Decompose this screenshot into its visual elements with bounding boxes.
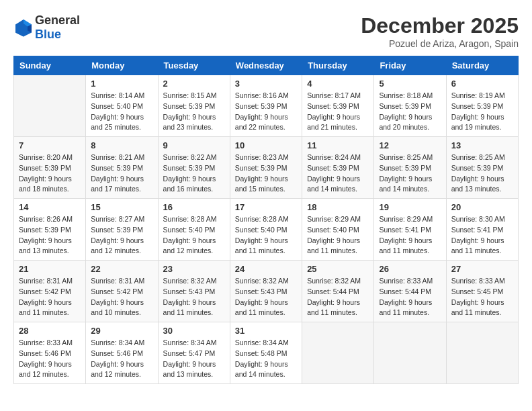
location: Pozuel de Ariza, Aragon, Spain bbox=[361, 38, 519, 49]
day-number: 17 bbox=[235, 202, 297, 212]
day-info: Sunrise: 8:29 AMSunset: 5:41 PMDaylight:… bbox=[379, 214, 441, 257]
calendar-week-row: 1Sunrise: 8:14 AMSunset: 5:40 PMDaylight… bbox=[14, 75, 519, 137]
day-number: 20 bbox=[451, 202, 513, 212]
day-info: Sunrise: 8:34 AMSunset: 5:46 PMDaylight:… bbox=[91, 338, 152, 380]
calendar-day-cell: 14Sunrise: 8:26 AMSunset: 5:39 PMDayligh… bbox=[14, 199, 86, 261]
day-info: Sunrise: 8:27 AMSunset: 5:39 PMDaylight:… bbox=[91, 214, 152, 257]
calendar-day-cell: 22Sunrise: 8:31 AMSunset: 5:42 PMDayligh… bbox=[86, 261, 158, 322]
day-number: 29 bbox=[91, 326, 152, 336]
calendar-day-cell: 18Sunrise: 8:29 AMSunset: 5:40 PMDayligh… bbox=[302, 199, 374, 261]
calendar-header-saturday: Saturday bbox=[446, 56, 518, 75]
calendar-day-cell: 3Sunrise: 8:16 AMSunset: 5:39 PMDaylight… bbox=[230, 75, 302, 137]
day-info: Sunrise: 8:23 AMSunset: 5:39 PMDaylight:… bbox=[235, 152, 297, 195]
day-number: 28 bbox=[19, 326, 81, 336]
day-info: Sunrise: 8:31 AMSunset: 5:42 PMDaylight:… bbox=[19, 276, 81, 318]
day-number: 8 bbox=[91, 140, 152, 150]
day-info: Sunrise: 8:24 AMSunset: 5:39 PMDaylight:… bbox=[307, 152, 369, 195]
calendar-table: SundayMondayTuesdayWednesdayThursdayFrid… bbox=[13, 56, 519, 384]
day-number: 1 bbox=[91, 79, 152, 89]
calendar-day-cell: 28Sunrise: 8:33 AMSunset: 5:46 PMDayligh… bbox=[14, 322, 86, 384]
day-number: 18 bbox=[307, 202, 369, 212]
calendar-day-cell bbox=[14, 75, 86, 137]
calendar-day-cell: 16Sunrise: 8:28 AMSunset: 5:40 PMDayligh… bbox=[158, 199, 230, 261]
calendar-day-cell: 6Sunrise: 8:19 AMSunset: 5:39 PMDaylight… bbox=[446, 75, 518, 137]
day-info: Sunrise: 8:32 AMSunset: 5:43 PMDaylight:… bbox=[163, 276, 225, 318]
calendar-week-row: 28Sunrise: 8:33 AMSunset: 5:46 PMDayligh… bbox=[14, 322, 519, 384]
day-number: 16 bbox=[163, 202, 225, 212]
day-number: 26 bbox=[379, 264, 441, 274]
day-info: Sunrise: 8:34 AMSunset: 5:48 PMDaylight:… bbox=[235, 338, 297, 380]
day-info: Sunrise: 8:28 AMSunset: 5:40 PMDaylight:… bbox=[163, 214, 225, 257]
day-info: Sunrise: 8:33 AMSunset: 5:44 PMDaylight:… bbox=[379, 276, 441, 318]
day-info: Sunrise: 8:16 AMSunset: 5:39 PMDaylight:… bbox=[235, 91, 297, 133]
day-info: Sunrise: 8:29 AMSunset: 5:40 PMDaylight:… bbox=[307, 214, 369, 257]
day-info: Sunrise: 8:17 AMSunset: 5:39 PMDaylight:… bbox=[307, 91, 369, 133]
calendar-header-monday: Monday bbox=[86, 56, 158, 75]
calendar-header-tuesday: Tuesday bbox=[158, 56, 230, 75]
calendar-header-wednesday: Wednesday bbox=[230, 56, 302, 75]
day-number: 12 bbox=[379, 140, 441, 150]
title-block: December 2025 Pozuel de Ariza, Aragon, S… bbox=[361, 13, 519, 49]
day-number: 6 bbox=[451, 79, 513, 89]
calendar-day-cell bbox=[374, 322, 446, 384]
day-info: Sunrise: 8:21 AMSunset: 5:39 PMDaylight:… bbox=[91, 152, 152, 195]
day-info: Sunrise: 8:31 AMSunset: 5:42 PMDaylight:… bbox=[91, 276, 152, 318]
page-header: General Blue December 2025 Pozuel de Ari… bbox=[13, 13, 519, 49]
month-title: December 2025 bbox=[361, 13, 519, 38]
calendar-day-cell: 25Sunrise: 8:32 AMSunset: 5:44 PMDayligh… bbox=[302, 261, 374, 322]
calendar-day-cell: 20Sunrise: 8:30 AMSunset: 5:41 PMDayligh… bbox=[446, 199, 518, 261]
calendar-day-cell: 5Sunrise: 8:18 AMSunset: 5:39 PMDaylight… bbox=[374, 75, 446, 137]
calendar-day-cell: 31Sunrise: 8:34 AMSunset: 5:48 PMDayligh… bbox=[230, 322, 302, 384]
calendar-day-cell: 26Sunrise: 8:33 AMSunset: 5:44 PMDayligh… bbox=[374, 261, 446, 322]
day-number: 31 bbox=[235, 326, 297, 336]
day-number: 23 bbox=[163, 264, 225, 274]
calendar-day-cell: 21Sunrise: 8:31 AMSunset: 5:42 PMDayligh… bbox=[14, 261, 86, 322]
day-info: Sunrise: 8:32 AMSunset: 5:43 PMDaylight:… bbox=[235, 276, 297, 318]
calendar-day-cell: 17Sunrise: 8:28 AMSunset: 5:40 PMDayligh… bbox=[230, 199, 302, 261]
calendar-day-cell: 11Sunrise: 8:24 AMSunset: 5:39 PMDayligh… bbox=[302, 137, 374, 199]
logo: General Blue bbox=[13, 13, 80, 42]
calendar-day-cell: 19Sunrise: 8:29 AMSunset: 5:41 PMDayligh… bbox=[374, 199, 446, 261]
day-info: Sunrise: 8:32 AMSunset: 5:44 PMDaylight:… bbox=[307, 276, 369, 318]
day-number: 11 bbox=[307, 140, 369, 150]
day-number: 15 bbox=[91, 202, 152, 212]
day-number: 22 bbox=[91, 264, 152, 274]
calendar-day-cell: 15Sunrise: 8:27 AMSunset: 5:39 PMDayligh… bbox=[86, 199, 158, 261]
day-info: Sunrise: 8:28 AMSunset: 5:40 PMDaylight:… bbox=[235, 214, 297, 257]
logo-text-general: General bbox=[35, 13, 80, 27]
calendar-day-cell: 12Sunrise: 8:25 AMSunset: 5:39 PMDayligh… bbox=[374, 137, 446, 199]
calendar-day-cell: 4Sunrise: 8:17 AMSunset: 5:39 PMDaylight… bbox=[302, 75, 374, 137]
day-number: 21 bbox=[19, 264, 81, 274]
day-number: 10 bbox=[235, 140, 297, 150]
day-number: 7 bbox=[19, 140, 81, 150]
calendar-day-cell: 29Sunrise: 8:34 AMSunset: 5:46 PMDayligh… bbox=[86, 322, 158, 384]
day-info: Sunrise: 8:26 AMSunset: 5:39 PMDaylight:… bbox=[19, 214, 81, 257]
day-number: 27 bbox=[451, 264, 513, 274]
calendar-week-row: 7Sunrise: 8:20 AMSunset: 5:39 PMDaylight… bbox=[14, 137, 519, 199]
day-info: Sunrise: 8:30 AMSunset: 5:41 PMDaylight:… bbox=[451, 214, 513, 257]
calendar-day-cell: 7Sunrise: 8:20 AMSunset: 5:39 PMDaylight… bbox=[14, 137, 86, 199]
day-info: Sunrise: 8:33 AMSunset: 5:45 PMDaylight:… bbox=[451, 276, 513, 318]
day-number: 4 bbox=[307, 79, 369, 89]
calendar-header-row: SundayMondayTuesdayWednesdayThursdayFrid… bbox=[14, 56, 519, 75]
calendar-header-friday: Friday bbox=[374, 56, 446, 75]
day-number: 24 bbox=[235, 264, 297, 274]
calendar-day-cell: 8Sunrise: 8:21 AMSunset: 5:39 PMDaylight… bbox=[86, 137, 158, 199]
calendar-header-thursday: Thursday bbox=[302, 56, 374, 75]
day-info: Sunrise: 8:25 AMSunset: 5:39 PMDaylight:… bbox=[451, 152, 513, 195]
day-number: 30 bbox=[163, 326, 225, 336]
day-info: Sunrise: 8:34 AMSunset: 5:47 PMDaylight:… bbox=[163, 338, 225, 380]
calendar-week-row: 14Sunrise: 8:26 AMSunset: 5:39 PMDayligh… bbox=[14, 199, 519, 261]
day-info: Sunrise: 8:18 AMSunset: 5:39 PMDaylight:… bbox=[379, 91, 441, 133]
day-info: Sunrise: 8:15 AMSunset: 5:39 PMDaylight:… bbox=[163, 91, 225, 133]
day-number: 5 bbox=[379, 79, 441, 89]
day-number: 19 bbox=[379, 202, 441, 212]
day-number: 3 bbox=[235, 79, 297, 89]
calendar-day-cell: 1Sunrise: 8:14 AMSunset: 5:40 PMDaylight… bbox=[86, 75, 158, 137]
day-info: Sunrise: 8:33 AMSunset: 5:46 PMDaylight:… bbox=[19, 338, 81, 380]
calendar-day-cell: 24Sunrise: 8:32 AMSunset: 5:43 PMDayligh… bbox=[230, 261, 302, 322]
calendar-day-cell: 9Sunrise: 8:22 AMSunset: 5:39 PMDaylight… bbox=[158, 137, 230, 199]
day-number: 14 bbox=[19, 202, 81, 212]
calendar-week-row: 21Sunrise: 8:31 AMSunset: 5:42 PMDayligh… bbox=[14, 261, 519, 322]
calendar-day-cell bbox=[446, 322, 518, 384]
